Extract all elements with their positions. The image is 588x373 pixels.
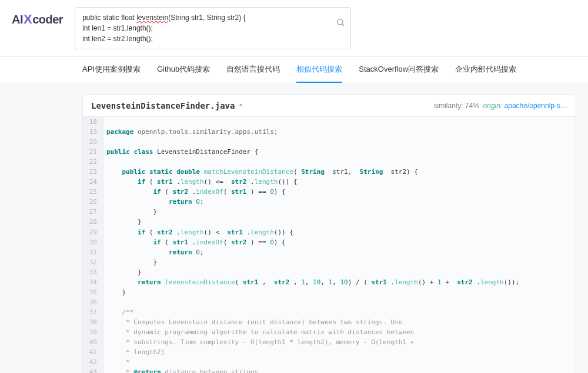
- code-line: 21public class LevensteinDistanceFinder …: [83, 147, 576, 157]
- line-number: 26: [83, 197, 104, 207]
- line-number: 19: [83, 127, 104, 137]
- results-area: LevensteinDistanceFinder.java ^ similari…: [0, 83, 588, 373]
- line-number: 43: [83, 367, 104, 373]
- line-content: * dynamic programming algorithm to calcu…: [104, 327, 576, 337]
- search-button[interactable]: [336, 18, 345, 29]
- search-container: public static float levenstein(String st…: [75, 7, 351, 49]
- code-line: 40 * substrings. Time complexity - O(len…: [83, 337, 576, 347]
- code-line: 33 }: [83, 267, 576, 277]
- line-content: return 0;: [104, 247, 576, 257]
- line-number: 21: [83, 147, 104, 157]
- line-content: /**: [104, 307, 576, 317]
- line-number: 20: [83, 137, 104, 147]
- nav-tab-2[interactable]: 自然语言搜代码: [226, 57, 280, 83]
- logo-x-icon: X: [24, 12, 32, 27]
- line-number: 30: [83, 237, 104, 247]
- line-number: 39: [83, 327, 104, 337]
- line-number: 37: [83, 307, 104, 317]
- code-line: 36: [83, 297, 576, 307]
- code-line: 26 return 0;: [83, 197, 576, 207]
- file-name: LevensteinDistanceFinder.java: [91, 101, 235, 110]
- code-line: 30 if ( str1 .indexOf( str2 ) == 0) {: [83, 237, 576, 247]
- nav-tab-5[interactable]: 企业内部代码搜索: [455, 57, 516, 83]
- line-number: 25: [83, 187, 104, 197]
- code-block[interactable]: 1819package opennlp.tools.similarity.app…: [83, 117, 576, 373]
- line-number: 42: [83, 357, 104, 367]
- header: AI X coder public static float levenstei…: [0, 0, 588, 56]
- line-number: 40: [83, 337, 104, 347]
- logo-prefix: AI: [12, 13, 23, 26]
- line-number: 24: [83, 177, 104, 187]
- line-content: if ( str2 .indexOf( str1 ) == 0) {: [104, 187, 576, 197]
- line-content: * @return distance between strings.: [104, 367, 576, 373]
- line-content: }: [104, 287, 576, 297]
- line-content: return 0;: [104, 197, 576, 207]
- code-line: 28 }: [83, 217, 576, 227]
- line-number: 35: [83, 287, 104, 297]
- line-content: }: [104, 207, 576, 217]
- line-number: 18: [83, 117, 104, 127]
- line-content: [104, 117, 576, 127]
- code-line: 22: [83, 157, 576, 167]
- nav-list: API使用案例搜索Github代码搜索自然语言搜代码相似代码搜索StackOve…: [82, 57, 576, 83]
- line-content: if ( str1 .length() <= str2 .length()) {: [104, 177, 576, 187]
- line-content: * length2): [104, 347, 576, 357]
- line-number: 36: [83, 297, 104, 307]
- code-line: 32 }: [83, 257, 576, 267]
- logo-suffix: coder: [32, 13, 63, 26]
- code-line: 29 if ( str2 .length() < str1 .length())…: [83, 227, 576, 237]
- chevron-up-icon: ^: [239, 103, 242, 110]
- code-line: 23 public static double matchLevensteinD…: [83, 167, 576, 177]
- code-line: 19package opennlp.tools.similarity.apps.…: [83, 127, 576, 137]
- search-icon: [336, 18, 345, 27]
- line-number: 33: [83, 267, 104, 277]
- line-content: if ( str2 .length() < str1 .length()) {: [104, 227, 576, 237]
- line-content: [104, 297, 576, 307]
- similarity-label: similarity:: [434, 102, 463, 110]
- nav-tabs: API使用案例搜索Github代码搜索自然语言搜代码相似代码搜索StackOve…: [0, 56, 588, 83]
- line-content: * substrings. Time complexity - O(length…: [104, 337, 576, 347]
- line-number: 22: [83, 157, 104, 167]
- result-header[interactable]: LevensteinDistanceFinder.java ^ similari…: [83, 95, 576, 117]
- code-line: 42 *: [83, 357, 576, 367]
- svg-point-0: [338, 19, 343, 25]
- search-input[interactable]: public static float levenstein(String st…: [75, 7, 351, 49]
- line-number: 29: [83, 227, 104, 237]
- logo[interactable]: AI X coder: [12, 12, 63, 27]
- code-line: 31 return 0;: [83, 247, 576, 257]
- code-line: 18: [83, 117, 576, 127]
- file-title: LevensteinDistanceFinder.java ^: [91, 101, 242, 110]
- line-content: public class LevensteinDistanceFinder {: [104, 147, 576, 157]
- line-content: }: [104, 217, 576, 227]
- nav-tab-1[interactable]: Github代码搜索: [157, 57, 210, 83]
- result-meta: similarity: 74% origin: apache/opennlp-s…: [434, 102, 568, 110]
- code-line: 43 * @return distance between strings.: [83, 367, 576, 373]
- line-number: 38: [83, 317, 104, 327]
- line-content: if ( str1 .indexOf( str2 ) == 0) {: [104, 237, 576, 247]
- svg-line-1: [342, 24, 344, 26]
- similarity-value: 74%: [465, 102, 479, 110]
- result-card: LevensteinDistanceFinder.java ^ similari…: [82, 95, 576, 373]
- code-line: 38 * Computes Levenstain distance (unit …: [83, 317, 576, 327]
- code-line: 37 /**: [83, 307, 576, 317]
- line-content: package opennlp.tools.similarity.apps.ut…: [104, 127, 576, 137]
- origin-link[interactable]: apache/opennlp-s…: [505, 102, 567, 110]
- line-number: 31: [83, 247, 104, 257]
- origin-label: origin:: [483, 102, 503, 110]
- line-number: 23: [83, 167, 104, 177]
- nav-tab-0[interactable]: API使用案例搜索: [82, 57, 141, 83]
- code-line: 27 }: [83, 207, 576, 217]
- line-content: [104, 157, 576, 167]
- code-line: 35 }: [83, 287, 576, 297]
- code-line: 24 if ( str1 .length() <= str2 .length()…: [83, 177, 576, 187]
- line-content: public static double matchLevensteinDist…: [104, 167, 576, 177]
- line-content: }: [104, 257, 576, 267]
- code-line: 41 * length2): [83, 347, 576, 357]
- line-number: 34: [83, 277, 104, 287]
- code-line: 34 return levensteinDistance( str1 , str…: [83, 277, 576, 287]
- line-number: 27: [83, 207, 104, 217]
- nav-tab-4[interactable]: StackOverflow问答搜索: [359, 57, 439, 83]
- nav-tab-3[interactable]: 相似代码搜索: [296, 57, 342, 83]
- line-content: return levensteinDistance( str1 , str2 ,…: [104, 277, 576, 287]
- line-number: 32: [83, 257, 104, 267]
